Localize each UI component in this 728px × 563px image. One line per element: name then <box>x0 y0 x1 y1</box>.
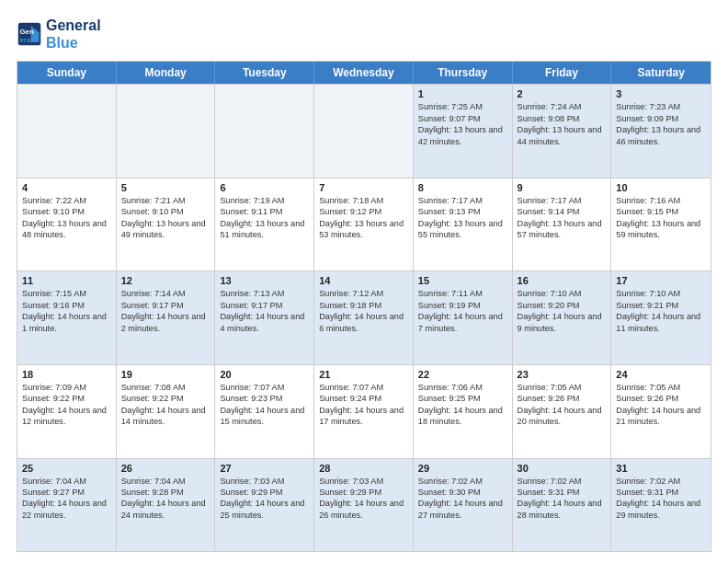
day-number: 7 <box>319 182 408 193</box>
sunrise-text: Sunrise: 7:11 AM <box>418 288 507 299</box>
sunset-text: Sunset: 9:21 PM <box>616 300 706 311</box>
sunset-text: Sunset: 9:22 PM <box>121 393 210 404</box>
sunrise-text: Sunrise: 7:04 AM <box>121 476 210 487</box>
day-cell-25: 25Sunrise: 7:04 AMSunset: 9:27 PMDayligh… <box>17 459 117 552</box>
sunrise-text: Sunrise: 7:02 AM <box>418 476 507 487</box>
sunrise-text: Sunrise: 7:15 AM <box>22 288 111 299</box>
sunrise-text: Sunrise: 7:22 AM <box>22 195 111 206</box>
day-cell-4: 4Sunrise: 7:22 AMSunset: 9:10 PMDaylight… <box>17 178 117 271</box>
daylight-text: Daylight: 14 hours and 12 minutes. <box>22 405 111 428</box>
day-number: 6 <box>220 182 309 193</box>
daylight-text: Daylight: 13 hours and 51 minutes. <box>220 218 309 241</box>
sunset-text: Sunset: 9:29 PM <box>319 487 408 498</box>
day-number: 16 <box>518 275 607 286</box>
day-number: 8 <box>418 182 507 193</box>
sunrise-text: Sunrise: 7:04 AM <box>22 476 111 487</box>
sunrise-text: Sunrise: 7:07 AM <box>319 382 408 393</box>
sunrise-text: Sunrise: 7:10 AM <box>518 288 607 299</box>
day-number: 20 <box>220 369 309 380</box>
sunset-text: Sunset: 9:18 PM <box>319 300 408 311</box>
daylight-text: Daylight: 14 hours and 25 minutes. <box>220 498 309 521</box>
logo-icon: Gen eral <box>17 21 42 47</box>
sunrise-text: Sunrise: 7:12 AM <box>319 288 408 299</box>
sunset-text: Sunset: 9:24 PM <box>319 393 408 404</box>
header-day-saturday: Saturday <box>611 62 711 84</box>
sunset-text: Sunset: 9:17 PM <box>121 300 210 311</box>
sunset-text: Sunset: 9:19 PM <box>418 300 507 311</box>
day-number: 26 <box>121 463 210 474</box>
sunset-text: Sunset: 9:20 PM <box>518 300 607 311</box>
day-cell-18: 18Sunrise: 7:09 AMSunset: 9:22 PMDayligh… <box>17 365 117 458</box>
day-cell-6: 6Sunrise: 7:19 AMSunset: 9:11 PMDaylight… <box>215 178 314 271</box>
sunset-text: Sunset: 9:08 PM <box>518 113 607 124</box>
sunrise-text: Sunrise: 7:17 AM <box>518 195 607 206</box>
sunrise-text: Sunrise: 7:03 AM <box>319 476 408 487</box>
day-number: 14 <box>319 275 408 286</box>
sunset-text: Sunset: 9:10 PM <box>22 206 111 217</box>
sunrise-text: Sunrise: 7:21 AM <box>121 195 210 206</box>
day-number: 10 <box>616 182 706 193</box>
day-cell-21: 21Sunrise: 7:07 AMSunset: 9:24 PMDayligh… <box>314 365 414 458</box>
day-cell-24: 24Sunrise: 7:05 AMSunset: 9:26 PMDayligh… <box>611 365 711 458</box>
daylight-text: Daylight: 14 hours and 27 minutes. <box>418 498 507 521</box>
day-number: 3 <box>616 88 706 99</box>
day-number: 5 <box>121 182 210 193</box>
sunset-text: Sunset: 9:26 PM <box>616 393 706 404</box>
sunset-text: Sunset: 9:25 PM <box>418 393 507 404</box>
sunrise-text: Sunrise: 7:07 AM <box>220 382 309 393</box>
sunset-text: Sunset: 9:12 PM <box>319 206 408 217</box>
day-cell-13: 13Sunrise: 7:13 AMSunset: 9:17 PMDayligh… <box>215 271 314 364</box>
daylight-text: Daylight: 14 hours and 15 minutes. <box>220 405 309 428</box>
day-number: 12 <box>121 275 210 286</box>
header-day-tuesday: Tuesday <box>215 62 314 84</box>
day-cell-8: 8Sunrise: 7:17 AMSunset: 9:13 PMDaylight… <box>414 178 513 271</box>
sunset-text: Sunset: 9:11 PM <box>220 206 309 217</box>
day-number: 9 <box>518 182 607 193</box>
sunset-text: Sunset: 9:26 PM <box>518 393 607 404</box>
sunset-text: Sunset: 9:07 PM <box>418 113 507 124</box>
daylight-text: Daylight: 14 hours and 14 minutes. <box>121 405 210 428</box>
calendar-week-1: 1Sunrise: 7:25 AMSunset: 9:07 PMDaylight… <box>17 84 711 178</box>
header-day-sunday: Sunday <box>17 62 117 84</box>
day-number: 27 <box>220 463 309 474</box>
sunset-text: Sunset: 9:28 PM <box>121 487 210 498</box>
day-cell-30: 30Sunrise: 7:02 AMSunset: 9:31 PMDayligh… <box>513 459 612 552</box>
sunset-text: Sunset: 9:09 PM <box>616 113 706 124</box>
daylight-text: Daylight: 13 hours and 49 minutes. <box>121 218 210 241</box>
sunrise-text: Sunrise: 7:14 AM <box>121 288 210 299</box>
day-number: 22 <box>418 369 507 380</box>
header: Gen eral General Blue <box>17 17 711 52</box>
sunrise-text: Sunrise: 7:02 AM <box>616 476 706 487</box>
day-number: 18 <box>22 369 111 380</box>
day-number: 13 <box>220 275 309 286</box>
day-number: 17 <box>616 275 706 286</box>
sunset-text: Sunset: 9:31 PM <box>616 487 706 498</box>
day-cell-10: 10Sunrise: 7:16 AMSunset: 9:15 PMDayligh… <box>611 178 711 271</box>
svg-text:eral: eral <box>20 36 33 44</box>
day-number: 23 <box>518 369 607 380</box>
daylight-text: Daylight: 14 hours and 29 minutes. <box>616 498 706 521</box>
sunset-text: Sunset: 9:15 PM <box>616 206 706 217</box>
sunrise-text: Sunrise: 7:03 AM <box>220 476 309 487</box>
daylight-text: Daylight: 14 hours and 24 minutes. <box>121 498 210 521</box>
header-day-thursday: Thursday <box>414 62 513 84</box>
day-cell-29: 29Sunrise: 7:02 AMSunset: 9:30 PMDayligh… <box>414 459 513 552</box>
sunset-text: Sunset: 9:17 PM <box>220 300 309 311</box>
page: Gen eral General Blue SundayMondayTuesda… <box>0 0 728 563</box>
day-cell-2: 2Sunrise: 7:24 AMSunset: 9:08 PMDaylight… <box>513 85 612 178</box>
empty-cell <box>314 85 414 178</box>
header-day-friday: Friday <box>513 62 612 84</box>
logo: Gen eral General Blue <box>17 17 101 52</box>
day-cell-12: 12Sunrise: 7:14 AMSunset: 9:17 PMDayligh… <box>117 271 216 364</box>
day-cell-15: 15Sunrise: 7:11 AMSunset: 9:19 PMDayligh… <box>414 271 513 364</box>
daylight-text: Daylight: 14 hours and 6 minutes. <box>319 311 408 334</box>
day-number: 28 <box>319 463 408 474</box>
sunrise-text: Sunrise: 7:16 AM <box>616 195 706 206</box>
daylight-text: Daylight: 13 hours and 57 minutes. <box>518 218 607 241</box>
sunset-text: Sunset: 9:29 PM <box>220 487 309 498</box>
day-cell-1: 1Sunrise: 7:25 AMSunset: 9:07 PMDaylight… <box>414 85 513 178</box>
empty-cell <box>117 85 216 178</box>
day-cell-5: 5Sunrise: 7:21 AMSunset: 9:10 PMDaylight… <box>117 178 216 271</box>
day-number: 1 <box>418 88 507 99</box>
empty-cell <box>17 85 117 178</box>
